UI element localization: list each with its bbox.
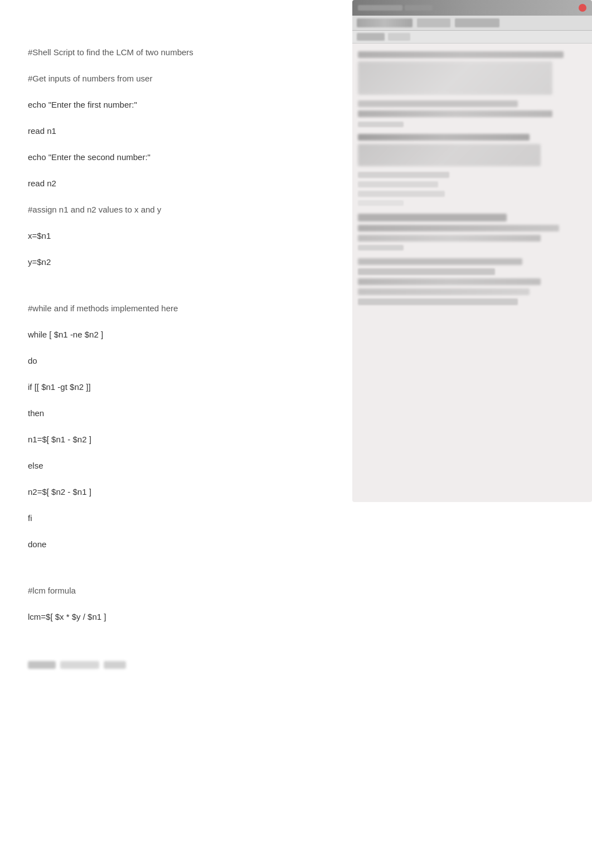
toolbar-blurred-btn2	[455, 18, 499, 27]
code-line-do: do	[28, 353, 262, 368]
code-line-lcm: lcm=$[ $x * $y / $n1 ]	[28, 609, 262, 624]
code-line-n2: n2=$[ $n2 - $n1 ]	[28, 484, 262, 499]
code-line-read2: read n2	[28, 176, 262, 191]
code-line-comment4: #while and if methods implemented here	[28, 301, 262, 316]
code-line-n1: n1=$[ $n1 - $n2 ]	[28, 432, 262, 447]
code-line-else: else	[28, 458, 262, 473]
code-line-fi: fi	[28, 510, 262, 525]
toolbar-blurred-btn1	[417, 18, 450, 27]
toolbar-blurred-text	[357, 18, 413, 27]
code-line-echo2: echo "Enter the second number:"	[28, 150, 262, 165]
code-line-comment3: #assign n1 and n2 values to x and y	[28, 202, 262, 217]
code-editor: #Shell Script to find the LCM of two num…	[28, 33, 262, 680]
bottom-blurred-bar	[28, 661, 262, 669]
code-line-read1: read n1	[28, 123, 262, 138]
right-panel-content	[352, 44, 592, 311]
code-line-while: while [ $n1 -ne $n2 ]	[28, 327, 262, 342]
titlebar	[352, 0, 592, 16]
code-line-done: done	[28, 537, 262, 552]
code-line-then: then	[28, 406, 262, 421]
code-line-if: if [[ $n1 -gt $n2 ]]	[28, 379, 262, 394]
code-line-comment2: #Get inputs of numbers from user	[28, 71, 262, 86]
right-panel	[352, 0, 592, 502]
code-line-y: y=$n2	[28, 254, 262, 269]
code-line-comment5: #lcm formula	[28, 583, 262, 598]
code-line-echo1: echo "Enter the first number:"	[28, 97, 262, 112]
close-icon[interactable]	[579, 4, 586, 12]
code-line-comment1: #Shell Script to find the LCM of two num…	[28, 45, 262, 60]
code-line-x: x=$n1	[28, 228, 262, 243]
